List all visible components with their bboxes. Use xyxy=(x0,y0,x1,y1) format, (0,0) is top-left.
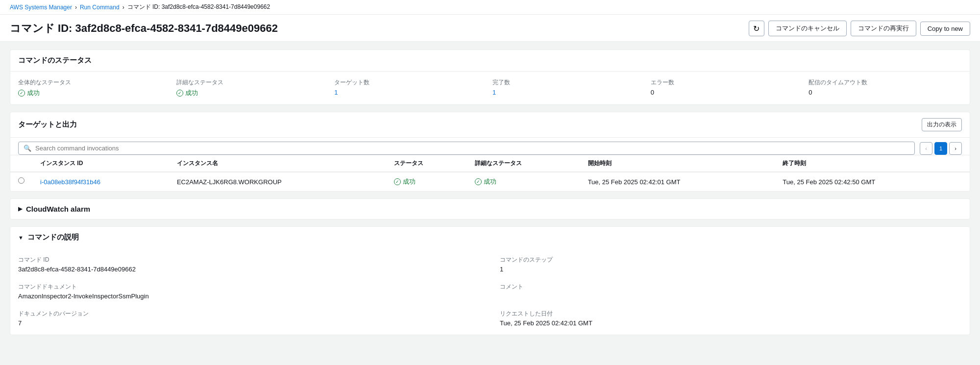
targets-title: ターゲットと出力 xyxy=(18,120,77,129)
targets-card: ターゲットと出力 出力の表示 🔍 ‹ 1 › インスタンス ID インスタンス名… xyxy=(10,112,970,192)
col-start-time: 開始時刻 xyxy=(580,155,775,172)
cloudwatch-collapse-arrow: ▶ xyxy=(18,206,22,212)
pagination-next-button[interactable]: › xyxy=(949,142,962,155)
desc-command-id-value: 3af2d8c8-efca-4582-8341-7d8449e09662 xyxy=(18,266,480,273)
col-detail-status: 詳細なステータス xyxy=(467,155,580,172)
table-row: i-0a08eb38f94f31b46 EC2AMAZ-LJK6RG8.WORK… xyxy=(10,172,970,191)
row-end-time: Tue, 25 Feb 2025 02:42:50 GMT xyxy=(775,172,970,191)
col-radio xyxy=(10,155,32,172)
status-overall-value: 成功 xyxy=(18,89,172,97)
breadcrumb: AWS Systems Manager › Run Command › コマンド… xyxy=(0,0,980,15)
check-icon-detail xyxy=(176,90,183,97)
cloudwatch-collapse-header[interactable]: ▶ CloudWatch alarm xyxy=(10,199,970,219)
desc-document-label: コマンドドキュメント xyxy=(18,283,480,291)
desc-request-date-label: リクエストした日付 xyxy=(500,310,962,318)
status-item-error: エラー数 0 xyxy=(651,78,804,97)
breadcrumb-current: コマンド ID: 3af2d8c8-efca-4582-8341-7d8449e… xyxy=(127,3,270,11)
status-card: コマンドのステータス 全体的なステータス 成功 詳細なステータス 成功 ターゲッ… xyxy=(10,49,970,105)
row-instance-name: EC2AMAZ-LJK6RG8.WORKGROUP xyxy=(169,172,386,191)
desc-doc-version-label: ドキュメントのバージョン xyxy=(18,310,480,318)
status-targets-label: ターゲット数 xyxy=(334,78,488,87)
row-detail-status-value: 成功 xyxy=(475,177,572,186)
description-grid: コマンド ID 3af2d8c8-efca-4582-8341-7d8449e0… xyxy=(10,248,970,335)
copy-to-new-button[interactable]: Copy to new xyxy=(920,22,970,36)
desc-document-value: AmazonInspector2-InvokeInspectorSsmPlugi… xyxy=(18,292,480,300)
description-collapse-arrow: ▼ xyxy=(18,235,24,241)
status-item-timeout: 配信のタイムアウト数 0 xyxy=(808,78,962,97)
row-radio-input[interactable] xyxy=(18,177,24,184)
status-complete-value: 1 xyxy=(492,89,646,96)
status-timeout-value: 0 xyxy=(808,89,962,96)
col-instance-id: インスタンス ID xyxy=(32,155,169,172)
status-detail-value: 成功 xyxy=(176,89,330,97)
status-detail-label: 詳細なステータス xyxy=(176,78,330,87)
row-radio-cell[interactable] xyxy=(10,172,32,189)
desc-command-steps-label: コマンドのステップ xyxy=(500,256,962,264)
table-header-row: インスタンス ID インスタンス名 ステータス 詳細なステータス 開始時刻 終了… xyxy=(10,155,970,172)
description-title: コマンドの説明 xyxy=(27,233,79,242)
check-icon-row-detail xyxy=(475,178,482,185)
status-error-value: 0 xyxy=(651,89,804,96)
status-timeout-label: 配信のタイムアウト数 xyxy=(808,78,962,87)
description-card: ▼ コマンドの説明 コマンド ID 3af2d8c8-efca-4582-834… xyxy=(10,226,970,335)
status-error-label: エラー数 xyxy=(651,78,804,87)
row-start-time: Tue, 25 Feb 2025 02:42:01 GMT xyxy=(580,172,775,191)
status-targets-value: 1 xyxy=(334,89,488,96)
desc-command-steps-value: 1 xyxy=(500,266,962,273)
status-item-detail: 詳細なステータス 成功 xyxy=(176,78,330,97)
search-input[interactable] xyxy=(35,145,909,152)
status-item-overall: 全体的なステータス 成功 xyxy=(18,78,172,97)
desc-item-command-steps: コマンドのステップ 1 xyxy=(500,256,962,273)
col-end-time: 終了時刻 xyxy=(775,155,970,172)
page-header: コマンド ID: 3af2d8c8-efca-4582-8341-7d8449e… xyxy=(0,15,980,42)
desc-item-comment: コメント xyxy=(500,283,962,300)
status-complete-label: 完了数 xyxy=(492,78,646,87)
breadcrumb-sep2: › xyxy=(122,4,124,11)
status-overall-label: 全体的なステータス xyxy=(18,78,172,87)
status-item-complete: 完了数 1 xyxy=(492,78,646,97)
cloudwatch-card: ▶ CloudWatch alarm xyxy=(10,198,970,219)
row-status-value: 成功 xyxy=(394,177,460,186)
row-status: 成功 xyxy=(386,172,467,191)
breadcrumb-sep1: › xyxy=(75,4,77,11)
desc-item-request-date: リクエストした日付 Tue, 25 Feb 2025 02:42:01 GMT xyxy=(500,310,962,327)
pagination-page1-button[interactable]: 1 xyxy=(934,142,947,155)
desc-doc-version-value: 7 xyxy=(18,319,480,327)
page-content: コマンドのステータス 全体的なステータス 成功 詳細なステータス 成功 ターゲッ… xyxy=(0,42,980,343)
description-collapse-header[interactable]: ▼ コマンドの説明 xyxy=(10,227,970,248)
targets-table: インスタンス ID インスタンス名 ステータス 詳細なステータス 開始時刻 終了… xyxy=(10,155,970,191)
col-status: ステータス xyxy=(386,155,467,172)
status-card-header: コマンドのステータス xyxy=(10,50,970,72)
check-icon-row-status xyxy=(394,178,401,185)
breadcrumb-service-link[interactable]: AWS Systems Manager xyxy=(10,4,72,11)
desc-comment-label: コメント xyxy=(500,283,962,291)
check-icon-overall xyxy=(18,90,25,97)
header-actions: ↻ コマンドのキャンセル コマンドの再実行 Copy to new xyxy=(749,21,970,36)
col-instance-name: インスタンス名 xyxy=(169,155,386,172)
targets-header: ターゲットと出力 出力の表示 xyxy=(10,112,970,138)
desc-command-id-label: コマンド ID xyxy=(18,256,480,264)
page-title: コマンド ID: 3af2d8c8-efca-4582-8341-7d8449e… xyxy=(10,21,278,36)
search-icon: 🔍 xyxy=(24,145,31,152)
refresh-button[interactable]: ↻ xyxy=(749,21,764,36)
desc-item-document: コマンドドキュメント AmazonInspector2-InvokeInspec… xyxy=(18,283,480,300)
row-detail-status: 成功 xyxy=(467,172,580,191)
desc-item-command-id: コマンド ID 3af2d8c8-efca-4582-8341-7d8449e0… xyxy=(18,256,480,273)
row-instance-id: i-0a08eb38f94f31b46 xyxy=(32,172,169,191)
pagination-prev-button[interactable]: ‹ xyxy=(920,142,932,155)
cloudwatch-title: CloudWatch alarm xyxy=(26,205,90,213)
output-display-button[interactable]: 出力の表示 xyxy=(922,118,962,131)
status-grid: 全体的なステータス 成功 詳細なステータス 成功 ターゲット数 1 xyxy=(10,72,970,104)
cancel-command-button[interactable]: コマンドのキャンセル xyxy=(768,21,847,36)
breadcrumb-runcommand-link[interactable]: Run Command xyxy=(80,4,120,11)
desc-item-doc-version: ドキュメントのバージョン 7 xyxy=(18,310,480,327)
instance-id-link[interactable]: i-0a08eb38f94f31b46 xyxy=(40,178,100,186)
status-item-targets: ターゲット数 1 xyxy=(334,78,488,97)
status-title: コマンドのステータス xyxy=(18,56,92,65)
desc-request-date-value: Tue, 25 Feb 2025 02:42:01 GMT xyxy=(500,319,962,327)
refresh-icon: ↻ xyxy=(753,24,760,33)
rerun-command-button[interactable]: コマンドの再実行 xyxy=(851,21,916,36)
